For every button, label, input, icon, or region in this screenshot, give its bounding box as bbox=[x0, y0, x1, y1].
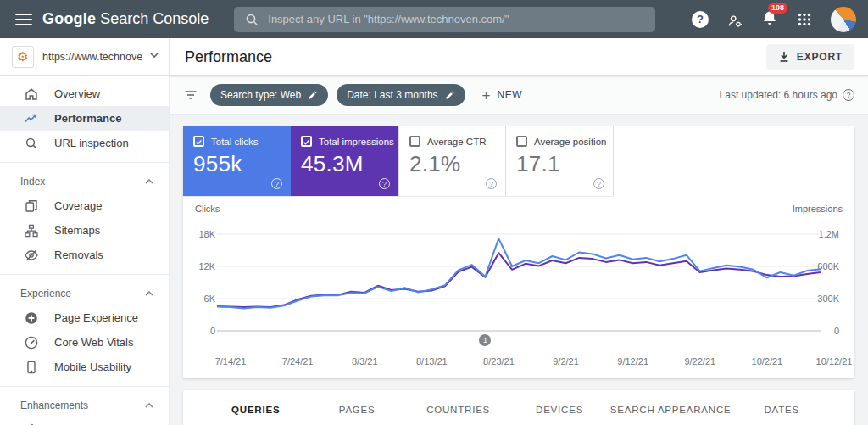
filter-chip[interactable]: Date: Last 3 months bbox=[337, 84, 465, 106]
property-selector[interactable]: ⚙ https://www.technoven.com/ bbox=[0, 38, 169, 76]
x-axis-tick: 8/3/21 bbox=[352, 356, 378, 366]
chevron-up-icon bbox=[145, 401, 153, 410]
edit-pencil-icon bbox=[445, 90, 455, 100]
metric-card-total-impressions[interactable]: Total impressions45.3M? bbox=[291, 126, 398, 196]
metric-card-average-ctr[interactable]: Average CTR2.1%? bbox=[398, 126, 506, 196]
last-updated-text: Last updated: 6 hours ago bbox=[720, 89, 837, 101]
help-circle-icon[interactable]: ? bbox=[843, 89, 854, 101]
dimension-tabs-panel: QUERIESPAGESCOUNTRIESDEVICESSEARCH APPEA… bbox=[183, 390, 854, 425]
right-axis-tick: 600K bbox=[817, 261, 839, 271]
x-axis-tick: 8/13/21 bbox=[416, 356, 448, 366]
metric-value: 2.1% bbox=[409, 151, 495, 177]
tab-dates[interactable]: DATES bbox=[732, 390, 832, 425]
metric-card-total-clicks[interactable]: Total clicks955k? bbox=[183, 126, 291, 196]
help-circle-icon[interactable]: ? bbox=[271, 178, 282, 189]
left-axis-tick: 12K bbox=[198, 261, 215, 271]
coverage-icon bbox=[24, 199, 39, 214]
chevron-up-icon bbox=[145, 289, 153, 298]
left-axis-tick: 6K bbox=[198, 294, 215, 304]
chart-plot[interactable] bbox=[197, 221, 841, 348]
chevron-up-icon bbox=[145, 177, 153, 186]
mobile-usability-icon bbox=[24, 360, 39, 375]
removals-icon bbox=[24, 248, 39, 263]
help-circle-icon[interactable]: ? bbox=[593, 178, 604, 189]
sidebar-item-label: Sitemaps bbox=[54, 224, 100, 237]
notifications-bell-icon[interactable]: 108 bbox=[761, 9, 778, 30]
tab-countries[interactable]: COUNTRIES bbox=[408, 390, 509, 425]
google-apps-grid-icon[interactable] bbox=[797, 12, 812, 27]
export-label: EXPORT bbox=[797, 51, 843, 63]
sidebar-section-experience: ExperiencePage ExperienceCore Web Vitals… bbox=[0, 274, 169, 379]
app-logo-secondary: Search Console bbox=[100, 10, 209, 27]
sidebar-item-overview[interactable]: Overview bbox=[0, 81, 169, 106]
tab-search-appearance[interactable]: SEARCH APPEARANCE bbox=[610, 390, 732, 425]
sidebar-item-removals[interactable]: Removals bbox=[0, 243, 169, 267]
new-filter-button[interactable]: + NEW bbox=[477, 88, 527, 103]
right-axis-tick: 1.2M bbox=[819, 229, 839, 239]
home-icon bbox=[24, 87, 39, 102]
notification-count-badge: 108 bbox=[768, 3, 787, 14]
filter-chip-label: Date: Last 3 months bbox=[347, 89, 437, 101]
metric-value: 955k bbox=[193, 151, 281, 177]
manage-users-icon[interactable] bbox=[727, 12, 743, 27]
filter-bar: Search type: WebDate: Last 3 months + NE… bbox=[170, 76, 868, 115]
menu-icon[interactable] bbox=[15, 14, 32, 25]
sidebar-item-core-web-vitals[interactable]: Core Web Vitals bbox=[0, 330, 169, 355]
performance-icon bbox=[24, 111, 39, 126]
x-axis-tick: 8/23/21 bbox=[483, 356, 515, 366]
export-button[interactable]: EXPORT bbox=[766, 44, 854, 70]
sidebar-item-coverage[interactable]: Coverage bbox=[0, 193, 169, 218]
plus-icon: + bbox=[482, 88, 491, 103]
metric-card-average-position[interactable]: Average position17.1? bbox=[506, 126, 614, 196]
sidebar-item-performance[interactable]: Performance bbox=[0, 106, 169, 131]
performance-panel: Total clicks955k?Total impressions45.3M?… bbox=[183, 126, 854, 378]
checkbox-checked-icon[interactable] bbox=[301, 136, 312, 147]
top-app-bar: GoogleSearch Console ? 108 bbox=[0, 0, 868, 38]
amp-icon bbox=[24, 422, 39, 425]
sidebar-item-label: Core Web Vitals bbox=[54, 336, 133, 349]
sidebar-item-sitemaps[interactable]: Sitemaps bbox=[0, 218, 169, 243]
section-header-index[interactable]: Index bbox=[0, 165, 169, 193]
sitemaps-icon bbox=[24, 223, 39, 238]
sidebar-item-label: Coverage bbox=[54, 199, 102, 212]
x-axis-tick: 10/12/21 bbox=[816, 356, 853, 366]
url-inspect-searchbox[interactable] bbox=[234, 7, 655, 32]
tab-queries[interactable]: QUERIES bbox=[205, 390, 306, 425]
help-circle-icon[interactable]: ? bbox=[379, 178, 390, 189]
x-axis-tick: 10/2/21 bbox=[752, 356, 783, 366]
sidebar-item-label: Page Experience bbox=[54, 311, 138, 324]
sidebar-item-amp[interactable]: AMP bbox=[0, 417, 169, 425]
right-axis-title: Impressions bbox=[793, 204, 843, 214]
app-logo-primary: Google bbox=[42, 10, 96, 27]
page-header: Performance EXPORT bbox=[170, 38, 868, 76]
user-avatar[interactable] bbox=[831, 7, 856, 32]
section-title: Experience bbox=[20, 288, 145, 299]
filter-list-icon[interactable] bbox=[183, 87, 198, 103]
section-header-enhancements[interactable]: Enhancements bbox=[0, 389, 169, 417]
sidebar-item-label: Overview bbox=[54, 87, 100, 100]
tab-devices[interactable]: DEVICES bbox=[509, 390, 609, 425]
x-axis-tick: 7/24/21 bbox=[282, 356, 314, 366]
right-axis-tick: 0 bbox=[834, 326, 839, 336]
new-filter-label: NEW bbox=[498, 89, 523, 101]
site-favicon: ⚙ bbox=[12, 46, 34, 68]
checkbox-unchecked-icon[interactable] bbox=[409, 136, 420, 147]
sidebar-item-url-inspection[interactable]: URL inspection bbox=[0, 131, 169, 155]
section-header-experience[interactable]: Experience bbox=[0, 277, 169, 305]
tab-pages[interactable]: PAGES bbox=[306, 390, 407, 425]
checkbox-checked-icon[interactable] bbox=[193, 136, 204, 147]
metric-value: 45.3M bbox=[301, 151, 388, 177]
sidebar-section-enhancements: EnhancementsAMP bbox=[0, 386, 169, 425]
sidebar-item-mobile-usability[interactable]: Mobile Usability bbox=[0, 355, 169, 379]
sidebar-item-label: Performance bbox=[54, 112, 121, 125]
sidebar-item-label: Mobile Usability bbox=[54, 361, 131, 373]
filter-chip-label: Search type: Web bbox=[220, 89, 301, 101]
core-web-vitals-icon bbox=[24, 335, 39, 350]
checkbox-unchecked-icon[interactable] bbox=[516, 136, 527, 147]
help-icon[interactable]: ? bbox=[692, 11, 709, 28]
filter-chip[interactable]: Search type: Web bbox=[210, 84, 328, 106]
sidebar-item-page-experience[interactable]: Page Experience bbox=[0, 305, 169, 330]
search-input[interactable] bbox=[268, 13, 645, 25]
metric-label: Total clicks bbox=[211, 137, 259, 147]
help-circle-icon[interactable]: ? bbox=[486, 178, 497, 189]
